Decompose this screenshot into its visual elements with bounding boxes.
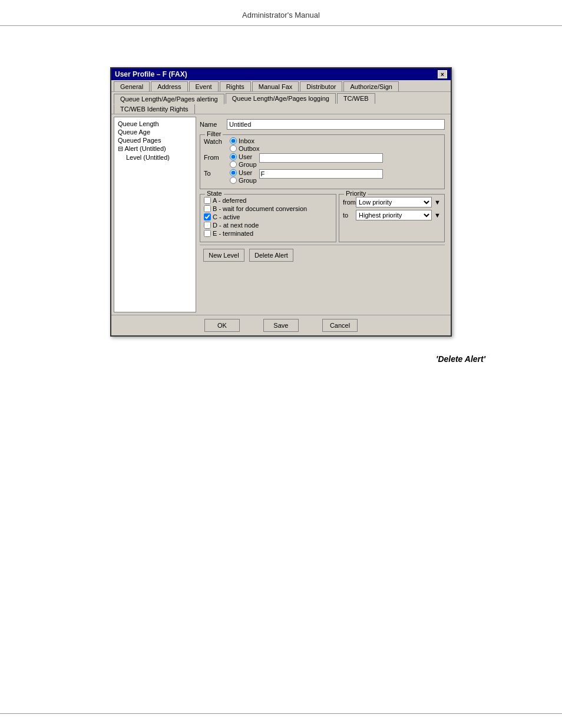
name-label: Name (200, 121, 223, 128)
tab-manual-fax[interactable]: Manual Fax (252, 81, 299, 91)
tab-authorize-sign[interactable]: Authorize/Sign (343, 81, 399, 91)
dialog-titlebar: User Profile – F (FAX) × (111, 68, 451, 80)
to-user-radio-label[interactable]: User (230, 169, 257, 176)
state-e-label[interactable]: E - terminated (204, 230, 332, 237)
to-user-radio[interactable] (230, 169, 237, 176)
state-a-label[interactable]: A - deferred (204, 197, 332, 204)
tab-distributor[interactable]: Distributor (300, 81, 342, 91)
tab-tcweb-identity[interactable]: TC/WEB Identity Rights (114, 104, 195, 114)
state-d-label[interactable]: D - at next node (204, 222, 332, 229)
to-input[interactable] (259, 169, 383, 179)
priority-from-label: from (343, 199, 353, 206)
right-panel: Name Filter Watch Inbox (196, 117, 448, 312)
priority-legend: Priority (344, 190, 368, 197)
tree-item-queued-pages[interactable]: Queued Pages (117, 136, 193, 144)
tree-item-level[interactable]: Level (Untitled) (117, 153, 193, 162)
inbox-radio[interactable] (230, 137, 237, 144)
tree-item-alert[interactable]: ⊟ Alert (Untitled) (117, 144, 193, 153)
tree-item-queue-age[interactable]: Queue Age (117, 128, 193, 136)
state-legend: State (205, 190, 224, 197)
state-b-label[interactable]: B - wait for document conversion (204, 205, 332, 212)
caption-text: 'Delete Alert' (436, 354, 485, 364)
page-content: User Profile – F (FAX) × General Address… (0, 32, 562, 364)
user-profile-dialog: User Profile – F (FAX) × General Address… (110, 67, 452, 337)
priority-from-row: from Low priority Normal priority High p… (343, 197, 441, 207)
new-level-button[interactable]: New Level (203, 249, 244, 262)
filter-legend: Filter (205, 130, 223, 137)
state-e-checkbox[interactable] (204, 230, 211, 237)
tree-panel: Queue Length Queue Age Queued Pages ⊟ Al… (114, 117, 196, 312)
state-a-checkbox[interactable] (204, 197, 211, 204)
tab-general[interactable]: General (114, 81, 150, 91)
cancel-button[interactable]: Cancel (322, 319, 358, 332)
name-input[interactable] (227, 119, 445, 130)
state-group: State A - deferred B - wait for document… (200, 194, 336, 242)
name-row: Name (200, 119, 445, 130)
state-d-checkbox[interactable] (204, 222, 211, 229)
to-group-radio[interactable] (230, 177, 237, 184)
outbox-radio[interactable] (230, 145, 237, 152)
page-header: Administrator's Manual (0, 0, 562, 26)
priority-to-row: to Low priority Normal priority High pri… (343, 210, 441, 220)
priority-group: Priority from Low priority Normal priori… (339, 194, 445, 242)
state-c-checkbox[interactable] (204, 213, 211, 220)
priority-to-label: to (343, 212, 353, 219)
from-user-radio[interactable] (230, 153, 237, 160)
tabs-row-1: General Address Event Rights Manual Fax … (111, 80, 451, 92)
tab-queue-logging[interactable]: Queue Length/Age/Pages logging (226, 93, 336, 104)
tab-tcweb[interactable]: TC/WEB (337, 93, 375, 104)
filter-group: Filter Watch Inbox Outbox (200, 134, 445, 189)
to-label: To (204, 169, 227, 177)
save-button[interactable]: Save (263, 319, 299, 332)
state-priority-row: State A - deferred B - wait for document… (200, 194, 445, 242)
outbox-radio-label[interactable]: Outbox (230, 145, 259, 152)
priority-from-select[interactable]: Low priority Normal priority High priori… (356, 197, 432, 207)
from-input[interactable] (259, 153, 383, 163)
state-c-label[interactable]: C - active (204, 213, 332, 220)
filter-from-row: From User Group (204, 153, 441, 168)
tab-event[interactable]: Event (189, 81, 219, 91)
tab-address[interactable]: Address (151, 81, 187, 91)
to-group-radio-label[interactable]: Group (230, 177, 257, 184)
from-group-radio-label[interactable]: Group (230, 161, 257, 168)
header-title: Administrator's Manual (242, 11, 320, 19)
tree-item-queue-length[interactable]: Queue Length (117, 120, 193, 128)
dropdown-from-icon: ▼ (434, 199, 441, 206)
tabs-row-2: Queue Length/Age/Pages alerting Queue Le… (111, 92, 451, 114)
close-button[interactable]: × (438, 70, 447, 78)
dropdown-to-icon: ▼ (434, 212, 441, 219)
inbox-radio-label[interactable]: Inbox (230, 137, 259, 144)
from-label: From (204, 153, 227, 161)
dialog-body: Queue Length Queue Age Queued Pages ⊟ Al… (111, 114, 451, 315)
from-user-radio-label[interactable]: User (230, 153, 257, 160)
dialog-action-buttons: New Level Delete Alert (200, 245, 445, 265)
page-footer (0, 713, 562, 717)
from-radio-group: User Group (230, 153, 257, 168)
tab-queue-alerting[interactable]: Queue Length/Age/Pages alerting (114, 94, 224, 104)
filter-watch-row: Watch Inbox Outbox (204, 137, 441, 152)
main-buttons-bar: OK Save Cancel (111, 315, 451, 335)
state-b-checkbox[interactable] (204, 205, 211, 212)
watch-radio-group: Inbox Outbox (230, 137, 259, 152)
filter-to-row: To User Group (204, 169, 441, 184)
tab-rights[interactable]: Rights (220, 81, 251, 91)
ok-button[interactable]: OK (204, 319, 240, 332)
from-group-radio[interactable] (230, 161, 237, 168)
delete-alert-button[interactable]: Delete Alert (249, 249, 293, 262)
priority-to-select[interactable]: Low priority Normal priority High priori… (356, 210, 432, 220)
dialog-title: User Profile – F (FAX) (115, 70, 187, 78)
watch-label: Watch (204, 137, 227, 145)
to-radio-group: User Group (230, 169, 257, 184)
